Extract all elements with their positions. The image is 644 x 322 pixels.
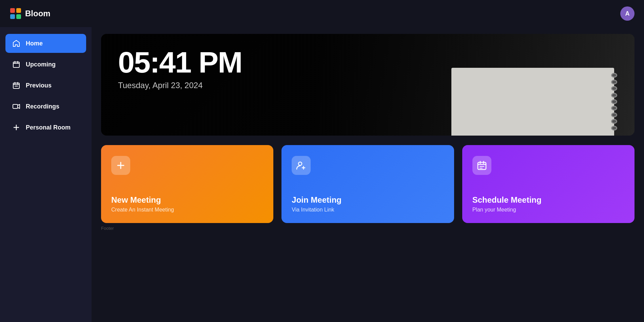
spiral-ring: [611, 99, 617, 104]
spiral-ring: [611, 93, 617, 98]
plus-sidebar-icon: [12, 123, 20, 132]
sidebar-recordings-label: Recordings: [26, 103, 59, 110]
svg-rect-4: [13, 62, 19, 67]
sidebar-item-home[interactable]: Home: [5, 34, 86, 53]
sidebar-home-label: Home: [26, 40, 43, 47]
new-meeting-icon-wrapper: [111, 156, 130, 175]
hero-banner: 05:41 PM Tuesday, April 23, 2024: [101, 34, 635, 136]
content-area: 05:41 PM Tuesday, April 23, 2024 New Mee…: [92, 27, 644, 322]
sidebar: Home Upcoming Previous: [0, 27, 92, 322]
spiral-ring: [611, 119, 617, 124]
cards-row: New Meeting Create An Instant Meeting Jo…: [101, 145, 635, 223]
schedule-meeting-icon-wrapper: [472, 156, 491, 175]
join-meeting-card[interactable]: Join Meeting Via Invitation Link: [281, 145, 454, 223]
sidebar-upcoming-label: Upcoming: [26, 61, 56, 68]
user-plus-card-icon: [296, 160, 306, 170]
new-meeting-subtitle: Create An Instant Meeting: [111, 207, 263, 213]
svg-rect-3: [16, 14, 21, 19]
schedule-meeting-subtitle: Plan your Meeting: [472, 207, 624, 213]
spiral-ring: [611, 73, 617, 78]
sidebar-item-personal-room[interactable]: Personal Room: [5, 118, 86, 137]
home-icon: [12, 39, 20, 47]
plus-card-icon: [116, 160, 126, 170]
user-avatar[interactable]: A: [620, 6, 635, 21]
sidebar-item-previous[interactable]: Previous: [5, 76, 86, 95]
calendar-upcoming-icon: [12, 60, 20, 68]
schedule-meeting-card[interactable]: Schedule Meeting Plan your Meeting: [462, 145, 635, 223]
notebook-spiral: [611, 71, 618, 132]
topbar: Bloom A: [0, 0, 644, 27]
new-meeting-text: New Meeting Create An Instant Meeting: [111, 195, 263, 213]
sidebar-item-recordings[interactable]: Recordings: [5, 97, 86, 116]
svg-point-7: [298, 162, 302, 165]
svg-rect-1: [16, 8, 21, 13]
join-meeting-text: Join Meeting Via Invitation Link: [292, 195, 444, 213]
hero-text: 05:41 PM Tuesday, April 23, 2024: [118, 47, 242, 90]
sidebar-previous-label: Previous: [26, 82, 52, 89]
sidebar-personal-room-label: Personal Room: [26, 124, 71, 131]
schedule-meeting-text: Schedule Meeting Plan your Meeting: [472, 195, 624, 213]
svg-rect-0: [10, 8, 15, 13]
join-meeting-icon-wrapper: [292, 156, 311, 175]
bloom-logo-icon: [9, 7, 22, 20]
join-meeting-title: Join Meeting: [292, 195, 444, 205]
sidebar-item-upcoming[interactable]: Upcoming: [5, 55, 86, 74]
svg-rect-6: [13, 104, 18, 108]
spiral-ring: [611, 86, 617, 91]
join-meeting-subtitle: Via Invitation Link: [292, 207, 444, 213]
svg-rect-2: [10, 14, 15, 19]
spiral-ring: [611, 106, 617, 110]
spiral-ring: [611, 113, 617, 117]
new-meeting-card[interactable]: New Meeting Create An Instant Meeting: [101, 145, 273, 223]
notebook-visual: [451, 68, 614, 136]
schedule-meeting-title: Schedule Meeting: [472, 195, 624, 205]
new-meeting-title: New Meeting: [111, 195, 263, 205]
spiral-ring: [611, 80, 617, 84]
app-name: Bloom: [25, 9, 51, 18]
spiral-ring: [611, 126, 617, 130]
hero-time: 05:41 PM: [118, 47, 242, 77]
logo-area: Bloom: [9, 7, 51, 20]
footer: Footer: [101, 223, 635, 231]
recordings-icon: [12, 102, 20, 110]
hero-date: Tuesday, April 23, 2024: [118, 81, 242, 90]
calendar-prev-icon: [12, 81, 20, 89]
main-layout: Home Upcoming Previous: [0, 27, 644, 322]
calendar-card-icon: [477, 160, 487, 170]
